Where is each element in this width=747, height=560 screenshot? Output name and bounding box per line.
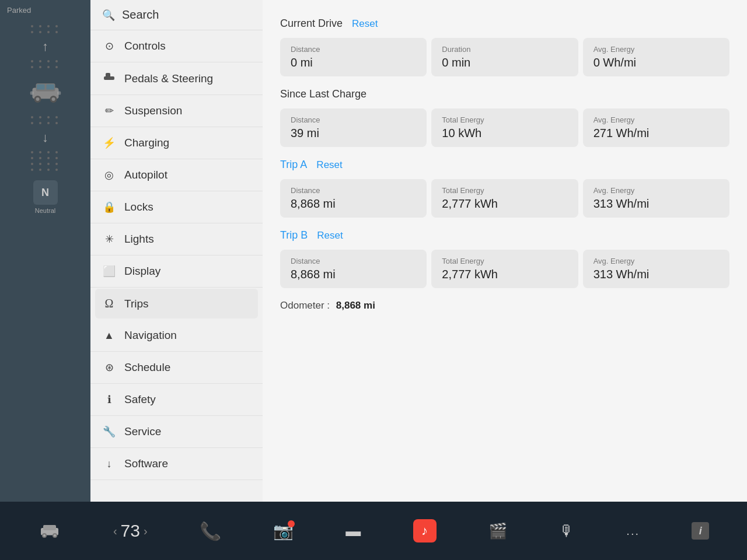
service-label: Service	[124, 425, 161, 438]
trip-a-distance-label: Distance	[291, 186, 416, 195]
charging-label: Charging	[124, 136, 169, 149]
trip-b-avg-energy-label: Avg. Energy	[594, 257, 719, 265]
temp-left-arrow[interactable]: ‹	[113, 524, 117, 538]
trip-a-total-energy-label: Total Energy	[442, 186, 567, 195]
odometer-label: Odometer :	[280, 300, 330, 311]
taskbar-mic-button[interactable]: 🎙	[559, 522, 574, 540]
trip-a-avg-energy: Avg. Energy 313 Wh/mi	[583, 179, 729, 218]
trip-a-title: Trip A	[280, 159, 307, 171]
trip-a-total-energy: Total Energy 2,777 kWh	[431, 179, 578, 218]
schedule-icon: ⊛	[102, 361, 116, 374]
sidebar-item-navigation[interactable]: ▲ Navigation	[90, 320, 263, 352]
trip-b-reset-button[interactable]: Reset	[317, 230, 343, 242]
more-dots-icon: ...	[626, 524, 640, 538]
svg-point-15	[43, 534, 46, 537]
sidebar-item-locks[interactable]: 🔒 Locks	[90, 191, 263, 223]
taskbar-temperature[interactable]: ‹ 73 ›	[113, 521, 148, 541]
trip-b-stats: Distance 8,868 mi Total Energy 2,777 kWh…	[280, 250, 729, 288]
main-content: Current Drive Reset Distance 0 mi Durati…	[263, 0, 747, 502]
trip-b-total-energy: Total Energy 2,777 kWh	[431, 250, 578, 288]
odometer-value: 8,868 mi	[336, 300, 375, 311]
sidebar-item-controls[interactable]: ⊙ Controls	[90, 30, 263, 62]
parked-label: Parked	[0, 6, 31, 15]
trip-b-distance: Distance 8,868 mi	[280, 250, 427, 288]
temp-right-arrow[interactable]: ›	[144, 524, 148, 538]
search-item[interactable]: 🔍 Search	[90, 0, 263, 30]
taskbar-camera-button[interactable]: 📷	[273, 522, 294, 541]
trip-a-header: Trip A Reset	[280, 159, 729, 171]
since-last-charge-stats: Distance 39 mi Total Energy 10 kWh Avg. …	[280, 108, 729, 147]
sidebar-item-safety[interactable]: ℹ Safety	[90, 384, 263, 416]
display-label: Display	[124, 265, 160, 278]
since-total-energy: Total Energy 10 kWh	[431, 108, 578, 147]
svg-rect-11	[106, 73, 110, 78]
software-label: Software	[124, 457, 168, 470]
sidebar-item-schedule[interactable]: ⊛ Schedule	[90, 352, 263, 384]
phone-icon: 📞	[200, 521, 221, 541]
up-arrow-button[interactable]: ↑	[42, 39, 48, 54]
trip-b-avg-energy-value: 313 Wh/mi	[594, 268, 719, 281]
trip-b-distance-label: Distance	[291, 257, 416, 265]
controls-icon: ⊙	[102, 40, 116, 52]
lights-icon: ✳	[102, 233, 116, 246]
locks-icon: 🔒	[102, 201, 116, 214]
dot-grid-2	[31, 60, 60, 68]
taskbar-music-button[interactable]: ♪	[413, 519, 437, 542]
current-drive-reset-button[interactable]: Reset	[352, 18, 378, 30]
since-distance: Distance 39 mi	[280, 108, 427, 147]
suspension-icon: ✏	[102, 104, 116, 117]
media-icon: 🎬	[488, 522, 507, 540]
navigation-icon: ▲	[102, 330, 116, 342]
taskbar-phone-button[interactable]: 📞	[200, 521, 221, 541]
trip-a-stats: Distance 8,868 mi Total Energy 2,777 kWh…	[280, 179, 729, 218]
sidebar-item-service[interactable]: 🔧 Service	[90, 416, 263, 448]
since-total-energy-label: Total Energy	[442, 116, 567, 124]
left-panel: Parked ↑ ↓ N Neutral	[0, 0, 90, 502]
current-drive-energy-value: 0 Wh/mi	[594, 56, 719, 69]
trip-a-reset-button[interactable]: Reset	[316, 159, 342, 171]
autopilot-label: Autopilot	[124, 169, 167, 181]
taskbar-more-button[interactable]: ...	[626, 524, 640, 538]
sidebar-item-trips[interactable]: Ω Trips	[95, 289, 258, 318]
taskbar-screen-button[interactable]: ▬	[345, 522, 361, 540]
svg-point-5	[36, 97, 39, 101]
current-drive-distance-value: 0 mi	[291, 56, 416, 69]
sidebar-item-software[interactable]: ↓ Software	[90, 448, 263, 480]
trip-b-title: Trip B	[280, 229, 308, 242]
sidebar-item-lights[interactable]: ✳ Lights	[90, 223, 263, 256]
sidebar-item-autopilot[interactable]: ◎ Autopilot	[90, 159, 263, 191]
trip-b-total-energy-value: 2,777 kWh	[442, 268, 567, 281]
sidebar-item-suspension[interactable]: ✏ Suspension	[90, 95, 263, 127]
odometer-section: Odometer : 8,868 mi	[280, 300, 729, 312]
taskbar-car-button[interactable]	[38, 522, 61, 540]
taskbar-media-button[interactable]: 🎬	[488, 522, 507, 540]
sidebar-item-charging[interactable]: ⚡ Charging	[90, 127, 263, 159]
current-drive-title: Current Drive	[280, 18, 343, 30]
lights-label: Lights	[124, 233, 154, 246]
since-avg-energy-label: Avg. Energy	[594, 116, 719, 124]
car-icon	[28, 78, 63, 107]
trip-b-header: Trip B Reset	[280, 229, 729, 242]
taskbar-info-button[interactable]: i	[692, 522, 709, 540]
music-icon: ♪	[413, 519, 437, 542]
pedals-label: Pedals & Steering	[124, 72, 213, 85]
down-arrow-button[interactable]: ↓	[42, 130, 48, 145]
dot-grid-top1	[31, 25, 60, 33]
taskbar: ‹ 73 › 📞 📷 ▬ ♪ 🎬 🎙 ... i	[0, 502, 747, 560]
sidebar-item-pedals[interactable]: Pedals & Steering	[90, 62, 263, 95]
mic-icon: 🎙	[559, 522, 574, 540]
svg-rect-3	[46, 85, 54, 90]
dot-grid-4	[31, 151, 60, 171]
svg-rect-2	[37, 85, 45, 90]
trips-icon: Ω	[102, 297, 116, 310]
info-icon: i	[692, 522, 709, 540]
dot-grid-3	[31, 116, 60, 124]
trip-b-total-energy-label: Total Energy	[442, 257, 567, 265]
software-icon: ↓	[102, 458, 116, 470]
trip-b-avg-energy: Avg. Energy 313 Wh/mi	[583, 250, 729, 288]
current-drive-header: Current Drive Reset	[280, 18, 729, 30]
search-icon: 🔍	[102, 9, 115, 22]
pedals-icon	[102, 72, 116, 85]
safety-label: Safety	[124, 393, 156, 406]
sidebar-item-display[interactable]: ⬜ Display	[90, 256, 263, 288]
